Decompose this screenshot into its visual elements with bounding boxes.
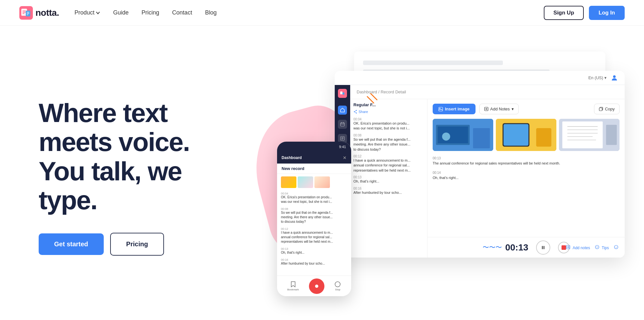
classroom-image <box>433 119 493 151</box>
logo-icon <box>19 6 33 20</box>
svg-rect-4 <box>23 13 24 14</box>
svg-text:?: ? <box>596 246 598 249</box>
svg-rect-46 <box>562 121 602 148</box>
nav-product-link[interactable]: Product <box>74 9 100 16</box>
notebook-svg <box>559 119 620 151</box>
transcript-line-3: 00:12 I have a quick announcement to m..… <box>353 155 424 173</box>
svg-rect-29 <box>439 107 443 111</box>
svg-rect-52 <box>606 125 617 145</box>
svg-line-27 <box>354 110 356 112</box>
tablet-svg <box>496 119 556 151</box>
hero-buttons: Get started Pricing <box>39 233 226 256</box>
copy-button[interactable]: Copy <box>594 104 620 114</box>
nav-contact-link[interactable]: Contact <box>172 9 192 16</box>
notebook-image <box>559 119 620 151</box>
login-button[interactable]: Log In <box>589 6 625 20</box>
lang-selector: En (US) ▾ <box>588 75 607 80</box>
mobile-record-button[interactable] <box>309 278 324 294</box>
notes-timestamp-1: 00:13 <box>433 156 441 160</box>
transcript-line-5: 00:16 After humburied by tour scho... <box>353 187 424 195</box>
mobile-body: Dashboard ✕ New record 00:04 OK. Erica's… <box>277 152 351 296</box>
add-notes-action[interactable]: Add notes <box>566 245 590 250</box>
sidebar-calendar-icon[interactable] <box>338 120 347 129</box>
svg-rect-38 <box>438 127 468 143</box>
add-notes-bar-icon <box>566 245 570 249</box>
sidebar-home-icon[interactable] <box>338 106 347 115</box>
svg-rect-12 <box>340 91 342 94</box>
transcript-panel: Regular F... Share 00:04 <box>350 99 428 258</box>
mobile-header: Dashboard ✕ <box>277 152 351 164</box>
mobile-close-button[interactable]: ✕ <box>343 155 347 160</box>
share-icon <box>353 110 357 114</box>
logo-text: notta. <box>35 8 59 18</box>
mobile-bookmark[interactable]: Bookmark <box>287 281 299 291</box>
mobile-transcript: 00:04 OK. Erica's presentation on produ.… <box>277 191 351 268</box>
mobile-recording-controls: Bookmark Stop <box>277 276 351 296</box>
record-breadcrumb: Dashboard / Record Detail <box>350 85 625 99</box>
mobile-transcript-line-2: 00:08 So we will put that on the agenda … <box>281 207 347 224</box>
bar-right-actions: Add notes ? Tips <box>566 245 618 250</box>
svg-rect-6 <box>27 12 29 13</box>
notes-text-1: The annual conference for regional sales… <box>433 161 620 166</box>
tips-icon: ? <box>595 245 599 249</box>
svg-rect-53 <box>542 246 543 249</box>
svg-rect-44 <box>536 128 551 146</box>
svg-rect-35 <box>599 108 602 111</box>
svg-rect-43 <box>504 124 528 146</box>
insert-image-button[interactable]: Insert image <box>433 104 476 114</box>
mobile-header-text: Dashboard <box>282 155 302 160</box>
copy-icon <box>599 107 603 111</box>
notes-text-2: Oh, that's right... <box>433 175 620 181</box>
mobile-stop-icon <box>334 281 341 287</box>
pause-button[interactable] <box>536 240 550 255</box>
svg-point-30 <box>439 108 440 109</box>
notes-image-grid <box>433 119 620 151</box>
transcript-line-2: 00:08 So we will put that on the agenda … <box>353 134 424 152</box>
get-started-button[interactable]: Get started <box>39 233 104 255</box>
svg-point-63 <box>335 282 340 287</box>
nav-pricing-link[interactable]: Pricing <box>141 9 159 16</box>
transcript-line-4: 00:13 Oh, that's right... <box>353 175 424 184</box>
svg-rect-40 <box>473 128 490 148</box>
svg-rect-14 <box>341 123 344 126</box>
pricing-button[interactable]: Pricing <box>110 233 164 256</box>
add-notes-icon <box>484 107 488 111</box>
signup-button[interactable]: Sign Up <box>544 6 584 20</box>
mobile-transcript-line-4: 00:13 Oh, that's right... <box>281 247 347 255</box>
nav-blog-link[interactable]: Blog <box>205 9 216 16</box>
timer-display: 〜〜〜 00:13 <box>483 242 528 253</box>
mobile-transcript-line-1: 00:04 OK. Erica's presentation on produ.… <box>281 192 347 204</box>
nav-guide-link[interactable]: Guide <box>113 9 129 16</box>
mobile-time: 9:41 <box>339 145 346 149</box>
info-action[interactable]: i <box>614 245 618 250</box>
sidebar-logo-icon <box>340 91 345 96</box>
notes-text-block-1: 00:13 The annual conference for regional… <box>433 155 620 166</box>
tips-action[interactable]: ? Tips <box>595 245 609 250</box>
stop-icon <box>562 245 566 250</box>
hero-title: Where textmeets voice.You talk, wetype. <box>39 99 226 215</box>
logo-link[interactable]: notta. <box>19 6 59 20</box>
mobile-stop[interactable]: Stop <box>334 281 341 291</box>
chevron-down-icon <box>96 11 100 15</box>
mobile-transcript-line-5: 00:16 After humburied by tour scho... <box>281 258 347 266</box>
hero-section: Where textmeets voice.You talk, wetype. … <box>0 26 644 320</box>
bg-line-1 <box>363 61 503 65</box>
svg-rect-13 <box>342 92 344 95</box>
user-avatar-icon <box>610 74 618 82</box>
mobile-new-record-label: New record <box>277 164 351 174</box>
info-icon: i <box>614 245 618 249</box>
home-icon <box>340 108 345 113</box>
add-notes-button[interactable]: Add Notes ▾ <box>479 104 519 114</box>
record-icon <box>313 283 320 290</box>
recording-bar: 〜〜〜 00:13 <box>428 237 625 258</box>
mobile-thumb-3 <box>314 176 330 188</box>
bookmark-icon <box>290 281 296 287</box>
notes-timestamp-2: 00:14 <box>433 171 441 174</box>
svg-line-9 <box>370 93 377 100</box>
calendar-icon <box>340 122 345 127</box>
nav-links: Product Guide Pricing Contact Blog <box>74 9 216 16</box>
svg-line-28 <box>354 112 356 113</box>
mobile-thumb-2 <box>298 176 313 188</box>
image-icon <box>438 107 443 111</box>
notes-panel: Insert image Add Notes ▾ <box>428 99 625 258</box>
